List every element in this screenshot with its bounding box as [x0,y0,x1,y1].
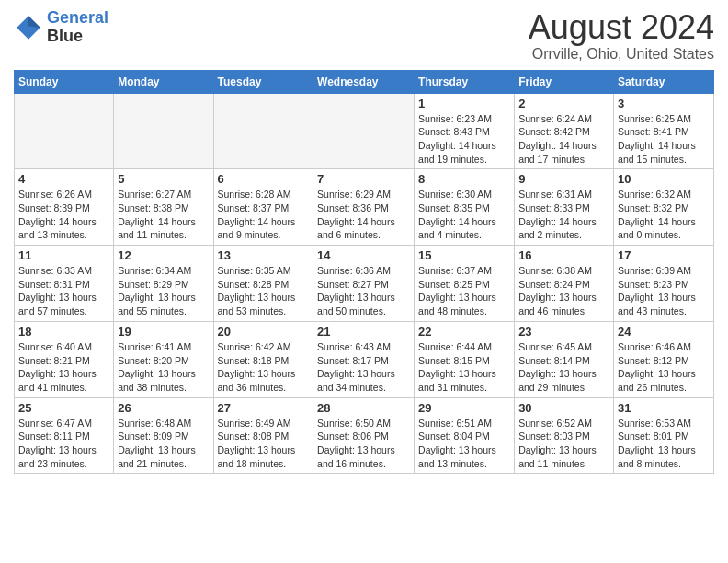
day-number: 8 [418,172,510,186]
calendar-cell [213,93,313,169]
calendar-cell [313,93,415,169]
day-number: 16 [518,248,609,262]
calendar-cell: 1Sunrise: 6:23 AM Sunset: 8:43 PM Daylig… [415,93,515,169]
calendar-cell: 17Sunrise: 6:39 AM Sunset: 8:23 PM Dayli… [614,246,714,322]
calendar-cell: 28Sunrise: 6:50 AM Sunset: 8:06 PM Dayli… [313,397,415,474]
day-number: 25 [18,401,109,415]
calendar-cell: 24Sunrise: 6:46 AM Sunset: 8:12 PM Dayli… [614,321,714,397]
day-info: Sunrise: 6:52 AM Sunset: 8:03 PM Dayligh… [518,417,609,471]
day-of-week-header: Monday [114,70,213,93]
calendar-body: 1Sunrise: 6:23 AM Sunset: 8:43 PM Daylig… [15,93,714,474]
logo-line2: Blue [47,28,108,46]
calendar-cell: 30Sunrise: 6:52 AM Sunset: 8:03 PM Dayli… [515,397,614,474]
calendar-week-row: 11Sunrise: 6:33 AM Sunset: 8:31 PM Dayli… [15,246,714,322]
day-info: Sunrise: 6:50 AM Sunset: 8:06 PM Dayligh… [317,417,410,471]
calendar-cell: 11Sunrise: 6:33 AM Sunset: 8:31 PM Dayli… [15,246,114,322]
day-number: 31 [618,401,710,415]
day-info: Sunrise: 6:39 AM Sunset: 8:23 PM Dayligh… [618,264,710,318]
day-number: 18 [18,325,109,339]
calendar-cell: 2Sunrise: 6:24 AM Sunset: 8:42 PM Daylig… [515,93,614,169]
calendar-week-row: 25Sunrise: 6:47 AM Sunset: 8:11 PM Dayli… [15,397,714,474]
calendar-cell: 22Sunrise: 6:44 AM Sunset: 8:15 PM Dayli… [415,321,515,397]
title-block: August 2024 Orrville, Ohio, United State… [529,9,714,63]
day-info: Sunrise: 6:41 AM Sunset: 8:20 PM Dayligh… [118,340,209,395]
day-info: Sunrise: 6:44 AM Sunset: 8:15 PM Dayligh… [418,340,510,395]
calendar-cell: 12Sunrise: 6:34 AM Sunset: 8:29 PM Dayli… [114,246,213,322]
day-of-week-header: Saturday [614,70,714,93]
calendar-cell: 29Sunrise: 6:51 AM Sunset: 8:04 PM Dayli… [415,397,515,474]
day-info: Sunrise: 6:35 AM Sunset: 8:28 PM Dayligh… [218,264,310,318]
day-info: Sunrise: 6:33 AM Sunset: 8:31 PM Dayligh… [18,264,109,318]
day-number: 11 [18,248,109,262]
day-number: 22 [418,325,510,339]
calendar-cell: 13Sunrise: 6:35 AM Sunset: 8:28 PM Dayli… [213,246,313,322]
calendar-week-row: 18Sunrise: 6:40 AM Sunset: 8:21 PM Dayli… [15,321,714,397]
day-number: 19 [118,325,209,339]
day-number: 23 [518,325,609,339]
calendar-cell: 21Sunrise: 6:43 AM Sunset: 8:17 PM Dayli… [313,321,415,397]
calendar-header: SundayMondayTuesdayWednesdayThursdayFrid… [15,70,714,93]
day-info: Sunrise: 6:49 AM Sunset: 8:08 PM Dayligh… [218,417,310,471]
page: General Blue August 2024 Orrville, Ohio,… [0,0,728,483]
day-of-week-header: Wednesday [313,70,415,93]
calendar-cell: 25Sunrise: 6:47 AM Sunset: 8:11 PM Dayli… [15,397,114,474]
calendar-week-row: 1Sunrise: 6:23 AM Sunset: 8:43 PM Daylig… [15,93,714,169]
day-info: Sunrise: 6:42 AM Sunset: 8:18 PM Dayligh… [218,340,310,395]
logo-text: General Blue [47,9,108,46]
day-info: Sunrise: 6:28 AM Sunset: 8:37 PM Dayligh… [218,188,310,242]
day-number: 30 [518,401,609,415]
day-info: Sunrise: 6:27 AM Sunset: 8:38 PM Dayligh… [118,188,209,242]
subtitle: Orrville, Ohio, United States [529,46,714,63]
day-number: 24 [618,325,710,339]
header: General Blue August 2024 Orrville, Ohio,… [14,9,714,63]
day-info: Sunrise: 6:46 AM Sunset: 8:12 PM Dayligh… [618,340,710,395]
day-info: Sunrise: 6:30 AM Sunset: 8:35 PM Dayligh… [418,188,510,242]
calendar-cell: 16Sunrise: 6:38 AM Sunset: 8:24 PM Dayli… [515,246,614,322]
calendar-cell: 14Sunrise: 6:36 AM Sunset: 8:27 PM Dayli… [313,246,415,322]
day-info: Sunrise: 6:51 AM Sunset: 8:04 PM Dayligh… [418,417,510,471]
calendar-cell: 3Sunrise: 6:25 AM Sunset: 8:41 PM Daylig… [614,93,714,169]
day-info: Sunrise: 6:45 AM Sunset: 8:14 PM Dayligh… [518,340,609,395]
calendar-cell: 7Sunrise: 6:29 AM Sunset: 8:36 PM Daylig… [313,169,415,246]
day-info: Sunrise: 6:48 AM Sunset: 8:09 PM Dayligh… [118,417,209,471]
calendar-cell: 10Sunrise: 6:32 AM Sunset: 8:32 PM Dayli… [614,169,714,246]
day-info: Sunrise: 6:36 AM Sunset: 8:27 PM Dayligh… [317,264,410,318]
day-number: 20 [218,325,310,339]
calendar-cell: 6Sunrise: 6:28 AM Sunset: 8:37 PM Daylig… [213,169,313,246]
calendar-cell: 9Sunrise: 6:31 AM Sunset: 8:33 PM Daylig… [515,169,614,246]
day-of-week-header: Sunday [15,70,114,93]
day-number: 9 [518,172,609,186]
day-number: 12 [118,248,209,262]
day-number: 5 [118,172,209,186]
day-number: 13 [218,248,310,262]
day-of-week-header: Friday [515,70,614,93]
day-info: Sunrise: 6:38 AM Sunset: 8:24 PM Dayligh… [518,264,609,318]
day-info: Sunrise: 6:25 AM Sunset: 8:41 PM Dayligh… [618,112,710,167]
calendar-cell: 19Sunrise: 6:41 AM Sunset: 8:20 PM Dayli… [114,321,213,397]
day-number: 6 [218,172,310,186]
calendar-cell: 15Sunrise: 6:37 AM Sunset: 8:25 PM Dayli… [415,246,515,322]
day-info: Sunrise: 6:31 AM Sunset: 8:33 PM Dayligh… [518,188,609,242]
calendar-cell: 23Sunrise: 6:45 AM Sunset: 8:14 PM Dayli… [515,321,614,397]
day-info: Sunrise: 6:53 AM Sunset: 8:01 PM Dayligh… [618,417,710,471]
day-number: 26 [118,401,209,415]
calendar-cell [114,93,213,169]
calendar-cell [15,93,114,169]
day-number: 10 [618,172,710,186]
day-of-week-header: Thursday [415,70,515,93]
days-of-week-row: SundayMondayTuesdayWednesdayThursdayFrid… [15,70,714,93]
day-info: Sunrise: 6:32 AM Sunset: 8:32 PM Dayligh… [618,188,710,242]
day-number: 21 [317,325,410,339]
calendar-cell: 4Sunrise: 6:26 AM Sunset: 8:39 PM Daylig… [15,169,114,246]
day-info: Sunrise: 6:24 AM Sunset: 8:42 PM Dayligh… [518,112,609,167]
day-of-week-header: Tuesday [213,70,313,93]
calendar-week-row: 4Sunrise: 6:26 AM Sunset: 8:39 PM Daylig… [15,169,714,246]
day-info: Sunrise: 6:23 AM Sunset: 8:43 PM Dayligh… [418,112,510,167]
day-number: 29 [418,401,510,415]
calendar-cell: 31Sunrise: 6:53 AM Sunset: 8:01 PM Dayli… [614,397,714,474]
calendar-cell: 18Sunrise: 6:40 AM Sunset: 8:21 PM Dayli… [15,321,114,397]
day-number: 17 [618,248,710,262]
day-info: Sunrise: 6:43 AM Sunset: 8:17 PM Dayligh… [317,340,410,395]
calendar-cell: 20Sunrise: 6:42 AM Sunset: 8:18 PM Dayli… [213,321,313,397]
logo: General Blue [14,9,108,46]
